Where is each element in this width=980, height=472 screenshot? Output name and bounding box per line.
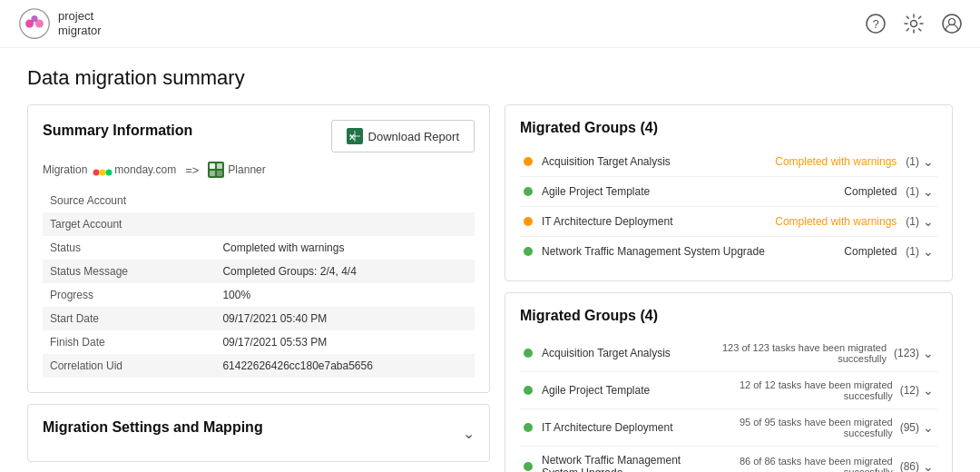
main: Data migration summary Summary Informati…: [0, 48, 980, 472]
table-row: Finish Date09/17/2021 05:53 PM: [43, 330, 475, 354]
user-icon[interactable]: [942, 14, 962, 34]
group-chevron-icon[interactable]: ⌄: [923, 346, 934, 360]
logo[interactable]: project migrator: [18, 7, 102, 40]
row-value: [215, 212, 475, 236]
migrated-groups-1-card: Migrated Groups (4) Acquisition Target A…: [505, 104, 953, 281]
summary-card: Summary Information X Download Report: [27, 104, 490, 393]
svg-point-14: [100, 170, 106, 176]
target-name: Planner: [228, 163, 265, 176]
migration-arrow: =>: [185, 163, 199, 177]
excel-icon: X: [347, 128, 363, 144]
right-column: Migrated Groups (4) Acquisition Target A…: [505, 104, 953, 472]
row-label: Status Message: [43, 260, 215, 283]
svg-point-3: [35, 20, 44, 28]
row-label: Target Account: [43, 212, 215, 236]
group-name: Agile Project Template: [542, 185, 844, 198]
table-row: Source Account: [43, 189, 475, 212]
task-description: 123 of 123 tasks have been migrated succ…: [714, 342, 887, 364]
row-label: Start Date: [43, 307, 215, 330]
list-item[interactable]: IT Architecture Deployment95 of 95 tasks…: [520, 409, 937, 447]
group-count: (1): [906, 215, 919, 228]
download-report-button[interactable]: X Download Report: [331, 120, 475, 152]
migration-logos: Migration monday.com =>: [43, 162, 475, 178]
table-row: StatusCompleted with warnings: [43, 236, 475, 260]
page-title: Data migration summary: [27, 66, 953, 90]
group-chevron-icon[interactable]: ⌄: [923, 244, 934, 259]
settings-card[interactable]: Migration Settings and Mapping ⌄: [27, 404, 490, 462]
list-item[interactable]: Acquisition Target AnalysisCompleted wit…: [520, 147, 937, 177]
logo-line1: project: [58, 9, 102, 24]
row-label: Finish Date: [43, 330, 215, 354]
list-item[interactable]: Agile Project Template12 of 12 tasks hav…: [520, 372, 937, 409]
status-dot: [524, 386, 533, 395]
svg-point-13: [93, 170, 100, 176]
group-name: Network Traffic Management System Upgrad…: [542, 454, 717, 472]
task-count: (95): [900, 421, 919, 434]
logo-line2: migrator: [58, 24, 102, 38]
task-count: (86): [900, 460, 919, 472]
status-dot: [524, 157, 533, 166]
group-count: (1): [906, 185, 919, 198]
svg-rect-17: [210, 163, 215, 169]
row-value: 09/17/2021 05:53 PM: [215, 330, 475, 354]
help-icon[interactable]: ?: [866, 14, 886, 34]
table-row: Start Date09/17/2021 05:40 PM: [43, 307, 475, 330]
summary-header: Summary Information X Download Report: [43, 120, 475, 152]
group-name: IT Architecture Deployment: [542, 421, 717, 434]
group-chevron-icon[interactable]: ⌄: [923, 184, 934, 199]
svg-point-0: [20, 9, 49, 38]
settings-chevron-icon[interactable]: ⌄: [463, 425, 475, 442]
group-status: Completed: [844, 245, 897, 258]
svg-point-6: [911, 21, 917, 27]
row-value: Completed with warnings: [215, 236, 475, 260]
table-row: Target Account: [43, 212, 475, 236]
group-chevron-icon[interactable]: ⌄: [923, 459, 934, 472]
group-status: Completed with warnings: [775, 215, 897, 228]
group-name: IT Architecture Deployment: [542, 215, 775, 228]
settings-icon[interactable]: [904, 14, 924, 34]
source-name: monday.com: [114, 163, 176, 176]
row-value: 100%: [215, 283, 475, 307]
row-value: 09/17/2021 05:40 PM: [215, 307, 475, 330]
status-dot: [524, 349, 533, 358]
row-label: Progress: [43, 283, 215, 307]
group-name: Network Traffic Management System Upgrad…: [542, 245, 844, 258]
table-row: Status MessageCompleted Groups: 2/4, 4/4: [43, 260, 475, 283]
task-description: 95 of 95 tasks have been migrated succes…: [717, 417, 892, 438]
settings-title: Migration Settings and Mapping: [43, 419, 263, 436]
task-description: 12 of 12 tasks have been migrated succes…: [717, 379, 892, 401]
group-name: Acquisition Target Analysis: [542, 155, 775, 168]
list-item[interactable]: Acquisition Target Analysis123 of 123 ta…: [520, 335, 937, 372]
migrated-groups-2-card: Migrated Groups (4) Acquisition Target A…: [505, 292, 953, 472]
group-chevron-icon[interactable]: ⌄: [923, 420, 934, 435]
task-count: (12): [900, 384, 919, 397]
task-count: (123): [894, 347, 919, 359]
svg-point-15: [106, 170, 113, 176]
left-column: Summary Information X Download Report: [27, 104, 490, 472]
list-item[interactable]: Network Traffic Management System Upgrad…: [520, 237, 937, 266]
group-chevron-icon[interactable]: ⌄: [923, 154, 934, 169]
logo-icon: [18, 7, 51, 40]
row-value: 61422626426cc180e7aba5656: [215, 354, 475, 378]
group-count: (1): [906, 245, 919, 258]
summary-title: Summary Information: [43, 123, 192, 139]
group-chevron-icon[interactable]: ⌄: [923, 383, 934, 398]
group-list-1: Acquisition Target AnalysisCompleted wit…: [520, 147, 937, 266]
header: project migrator ?: [0, 0, 980, 48]
svg-text:?: ?: [872, 17, 878, 31]
download-report-label: Download Report: [368, 130, 459, 143]
header-icons: ?: [866, 14, 962, 34]
list-item[interactable]: Agile Project TemplateCompleted(1)⌄: [520, 177, 937, 207]
row-label: Source Account: [43, 189, 215, 212]
monday-logo: monday.com: [93, 163, 176, 176]
svg-text:X: X: [349, 133, 355, 142]
migration-label: Migration: [43, 163, 87, 176]
group-name: Agile Project Template: [542, 384, 717, 397]
list-item[interactable]: Network Traffic Management System Upgrad…: [520, 447, 937, 472]
status-dot: [524, 462, 533, 471]
list-item[interactable]: IT Architecture DeploymentCompleted with…: [520, 207, 937, 237]
group-chevron-icon[interactable]: ⌄: [923, 214, 934, 229]
task-description: 86 of 86 tasks have been migrated succes…: [717, 456, 892, 472]
svg-rect-18: [217, 163, 222, 169]
row-value: Completed Groups: 2/4, 4/4: [215, 260, 475, 283]
